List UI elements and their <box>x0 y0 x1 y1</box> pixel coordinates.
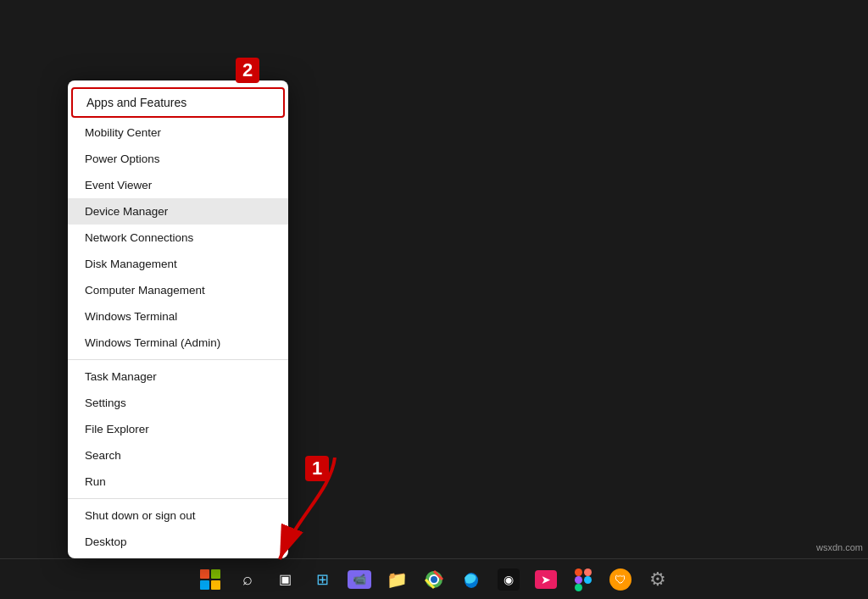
annotation-badge-2: 2 <box>236 58 259 83</box>
menu-divider-2 <box>68 498 288 499</box>
menu-divider-1 <box>68 359 288 360</box>
windows-logo-icon <box>200 569 220 590</box>
menu-item-mobility-center[interactable]: Mobility Center <box>68 119 288 146</box>
vpn-button[interactable]: 🛡 <box>604 563 637 596</box>
start-button[interactable] <box>193 563 227 596</box>
edge-icon <box>461 569 481 590</box>
desktop: Apps and Features Mobility Center Power … <box>0 0 868 599</box>
menu-item-run[interactable]: Run <box>68 469 288 495</box>
widgets-button[interactable]: ⊞ <box>305 563 339 596</box>
menu-item-device-manager[interactable]: Device Manager <box>68 198 288 225</box>
settings-gear-icon: ⚙ <box>649 568 666 591</box>
store-icon: ◉ <box>498 568 520 591</box>
menu-item-file-explorer[interactable]: File Explorer <box>68 416 288 442</box>
menu-item-event-viewer[interactable]: Event Viewer <box>68 172 288 198</box>
teams-icon: 📹 <box>348 570 371 589</box>
mail-icon: ➤ <box>535 570 557 589</box>
menu-item-windows-terminal-admin[interactable]: Windows Terminal (Admin) <box>68 330 288 356</box>
menu-item-windows-terminal[interactable]: Windows Terminal <box>68 303 288 330</box>
widgets-icon: ⊞ <box>316 570 329 589</box>
store-button[interactable]: ◉ <box>492 563 526 596</box>
file-explorer-button[interactable]: 📁 <box>380 563 414 596</box>
svg-rect-6 <box>584 568 592 576</box>
task-view-button[interactable]: ▣ <box>268 563 302 596</box>
figma-icon <box>574 568 593 591</box>
mail-button[interactable]: ➤ <box>529 563 563 596</box>
menu-item-shut-down[interactable]: Shut down or sign out <box>68 502 288 529</box>
task-view-icon: ▣ <box>279 571 292 587</box>
search-icon: ⌕ <box>242 569 253 589</box>
taskbar: ⌕ ▣ ⊞ 📹 📁 <box>0 558 868 599</box>
menu-item-computer-management[interactable]: Computer Management <box>68 277 288 303</box>
menu-item-apps-features[interactable]: Apps and Features <box>71 87 285 118</box>
vpn-icon: 🛡 <box>609 568 632 591</box>
file-explorer-icon: 📁 <box>387 569 408 590</box>
search-taskbar-button[interactable]: ⌕ <box>231 563 264 596</box>
svg-rect-7 <box>575 576 582 584</box>
svg-rect-9 <box>575 584 582 591</box>
menu-item-task-manager[interactable]: Task Manager <box>68 363 288 390</box>
edge-button[interactable] <box>454 563 488 596</box>
context-menu: Apps and Features Mobility Center Power … <box>68 80 288 558</box>
svg-rect-5 <box>575 568 582 576</box>
menu-item-power-options[interactable]: Power Options <box>68 146 288 172</box>
menu-item-network-connections[interactable]: Network Connections <box>68 225 288 251</box>
menu-item-search[interactable]: Search <box>68 442 288 469</box>
figma-button[interactable] <box>566 563 600 596</box>
watermark: wsxdn.com <box>816 542 863 552</box>
svg-rect-8 <box>584 576 592 584</box>
teams-button[interactable]: 📹 <box>342 563 376 596</box>
menu-item-settings[interactable]: Settings <box>68 390 288 416</box>
chrome-icon <box>424 569 444 590</box>
menu-item-desktop[interactable]: Desktop <box>68 529 288 555</box>
menu-item-disk-management[interactable]: Disk Management <box>68 251 288 277</box>
settings-taskbar-button[interactable]: ⚙ <box>641 563 675 596</box>
annotation-badge-1: 1 <box>305 456 329 481</box>
svg-point-3 <box>431 576 437 583</box>
chrome-button[interactable] <box>417 563 451 596</box>
